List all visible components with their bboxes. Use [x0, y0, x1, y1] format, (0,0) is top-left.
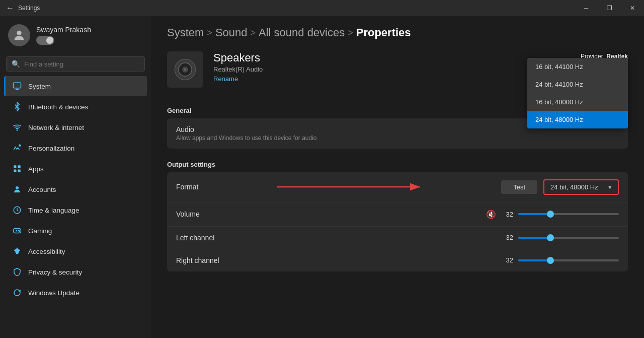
svg-rect-9	[18, 170, 21, 172]
sidebar-item-label: Bluetooth & devices	[28, 103, 88, 111]
sidebar-item-network[interactable]: Network & internet	[4, 117, 147, 138]
titlebar-controls: ─ ❐ ✕	[575, 0, 644, 16]
avatar	[8, 24, 30, 46]
format-select[interactable]: 24 bit, 48000 Hz ▾	[543, 179, 619, 195]
left-channel-slider[interactable]	[518, 237, 619, 239]
breadcrumb-system[interactable]: System	[167, 26, 204, 39]
sidebar-item-label: System	[28, 83, 51, 90]
device-name: Speakers	[213, 51, 559, 64]
format-row: Format Test 24 bit, 48000 Hz ▾	[167, 172, 628, 202]
volume-row: Volume 🔇 32	[167, 202, 628, 226]
svg-point-5	[19, 145, 21, 146]
sidebar-item-apps[interactable]: Apps	[4, 159, 147, 179]
content-area: System > Sound > All sound devices > Pro…	[151, 16, 644, 338]
sidebar-item-label: Time & language	[28, 207, 79, 214]
chevron-down-icon: ▾	[608, 183, 612, 191]
format-right: Test 24 bit, 48000 Hz ▾	[501, 179, 619, 195]
mute-icon[interactable]: 🔇	[486, 210, 496, 219]
breadcrumb-alldevices[interactable]: All sound devices	[259, 26, 345, 39]
sidebar-item-time[interactable]: Time & language	[4, 200, 147, 220]
right-channel-right: 32	[501, 256, 619, 264]
svg-point-0	[17, 31, 21, 35]
sidebar-item-label: Accessibility	[28, 248, 65, 255]
left-channel-right: 32	[501, 234, 619, 241]
sidebar-item-label: Privacy & security	[28, 268, 82, 276]
sidebar-item-system[interactable]: System	[4, 76, 147, 96]
titlebar: ← Settings ─ ❐ ✕	[0, 0, 644, 16]
dropdown-item-1[interactable]: 24 bit, 44100 Hz	[527, 76, 628, 93]
sidebar-item-label: Accounts	[28, 186, 56, 193]
volume-slider[interactable]	[518, 213, 619, 215]
right-channel-label: Right channel	[176, 256, 219, 264]
red-arrow	[277, 177, 428, 197]
restore-button[interactable]: ❐	[598, 0, 621, 16]
sidebar-item-update[interactable]: Windows Update	[4, 283, 147, 303]
user-section: Swayam Prakash	[0, 16, 151, 54]
svg-rect-7	[18, 165, 21, 168]
sidebar-item-personalization[interactable]: Personalization	[4, 138, 147, 158]
search-icon: 🔍	[12, 60, 20, 68]
privacy-icon	[12, 267, 22, 277]
update-icon	[12, 288, 22, 298]
device-subtitle: Realtek(R) Audio	[213, 65, 559, 73]
left-channel-label: Left channel	[176, 234, 214, 242]
right-channel-slider[interactable]	[518, 259, 619, 261]
svg-point-16	[19, 231, 20, 232]
user-name: Swayam Prakash	[36, 26, 91, 34]
device-info: Speakers Realtek(R) Audio Rename	[213, 51, 559, 83]
svg-rect-8	[14, 170, 16, 172]
breadcrumb-sound[interactable]: Sound	[215, 26, 248, 39]
sidebar-item-accounts[interactable]: Accounts	[4, 179, 147, 199]
left-channel-row: Left channel 32	[167, 226, 628, 249]
dropdown-item-2[interactable]: 16 bit, 48000 Hz	[527, 93, 628, 111]
dropdown-item-3[interactable]: 24 bit, 48000 Hz	[527, 111, 628, 128]
search-input[interactable]	[24, 60, 139, 68]
volume-value: 32	[501, 211, 513, 218]
main-layout: Swayam Prakash 🔍 System Bluetooth & devi…	[0, 16, 644, 338]
volume-right: 🔇 32	[486, 210, 619, 219]
personalization-icon	[12, 143, 22, 153]
breadcrumb-current: Properties	[356, 26, 411, 39]
nav-list: System Bluetooth & devices Network & int…	[0, 76, 151, 303]
rename-link[interactable]: Rename	[213, 75, 559, 83]
titlebar-title: ← Settings	[6, 4, 40, 13]
sidebar: Swayam Prakash 🔍 System Bluetooth & devi…	[0, 16, 151, 338]
sidebar-item-bluetooth[interactable]: Bluetooth & devices	[4, 97, 147, 117]
breadcrumb-sep3: >	[348, 28, 353, 38]
volume-label: Volume	[176, 210, 200, 218]
format-label: Format	[176, 183, 198, 191]
format-dropdown: 16 bit, 44100 Hz 24 bit, 44100 Hz 16 bit…	[527, 58, 628, 128]
sidebar-item-accessibility[interactable]: Accessibility	[4, 241, 147, 261]
audio-section: Audio Allow apps and Windows to use this…	[167, 118, 628, 149]
user-toggle[interactable]	[36, 36, 54, 45]
svg-point-10	[16, 186, 19, 189]
sidebar-item-label: Gaming	[28, 227, 52, 235]
svg-point-21	[184, 69, 186, 71]
breadcrumb-sep2: >	[251, 28, 256, 38]
right-channel-value: 32	[501, 256, 513, 264]
network-icon	[12, 122, 22, 132]
sidebar-item-label: Windows Update	[28, 289, 79, 297]
minimize-button[interactable]: ─	[575, 0, 598, 16]
search-box[interactable]: 🔍	[6, 56, 145, 72]
system-icon	[12, 81, 22, 91]
time-icon	[12, 205, 22, 215]
svg-point-17	[17, 248, 18, 249]
sidebar-item-label: Personalization	[28, 145, 74, 152]
breadcrumb-sep1: >	[207, 28, 212, 38]
audio-sublabel: Allow apps and Windows to use this devic…	[176, 134, 619, 142]
svg-point-4	[17, 130, 18, 131]
close-button[interactable]: ✕	[621, 0, 644, 16]
sidebar-item-privacy[interactable]: Privacy & security	[4, 262, 147, 282]
test-button[interactable]: Test	[501, 180, 537, 194]
output-section-title: Output settings	[167, 161, 628, 168]
svg-rect-1	[14, 83, 21, 88]
sidebar-item-label: Apps	[28, 165, 44, 173]
sidebar-item-gaming[interactable]: Gaming	[4, 221, 147, 241]
back-button[interactable]: ←	[6, 4, 14, 13]
left-channel-value: 32	[501, 234, 513, 241]
accessibility-icon	[12, 246, 22, 256]
dropdown-item-0[interactable]: 16 bit, 44100 Hz	[527, 58, 628, 76]
accounts-icon	[12, 184, 22, 194]
right-channel-row: Right channel 32	[167, 249, 628, 272]
